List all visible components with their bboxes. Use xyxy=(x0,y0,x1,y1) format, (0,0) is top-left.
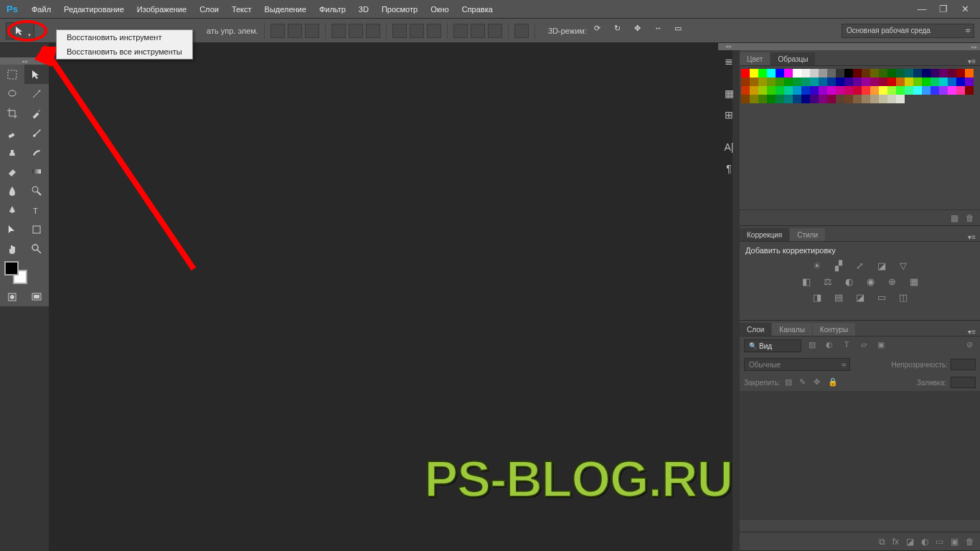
adj-invert-icon[interactable]: ◨ xyxy=(810,292,824,303)
adj-colorbalance-icon[interactable]: ⚖ xyxy=(821,276,835,288)
swatch[interactable] xyxy=(819,86,827,95)
swatch[interactable] xyxy=(862,95,870,103)
swatch[interactable] xyxy=(784,95,793,103)
dock-paragraph-icon[interactable]: ¶ xyxy=(718,158,740,179)
swatch[interactable] xyxy=(741,95,750,103)
swatch[interactable] xyxy=(827,69,836,77)
swatch[interactable] xyxy=(741,69,750,77)
tab-channels[interactable]: Каналы xyxy=(772,323,812,336)
ctx-reset-tool[interactable]: Восстановить инструмент xyxy=(57,30,192,44)
swatch[interactable] xyxy=(896,86,905,95)
tab-paths[interactable]: Контуры xyxy=(813,323,855,336)
tool-eraser[interactable] xyxy=(0,161,24,181)
menu-help[interactable]: Справка xyxy=(456,2,499,17)
swatch[interactable] xyxy=(922,69,930,77)
swatch[interactable] xyxy=(836,86,844,95)
swatch[interactable] xyxy=(887,77,896,86)
tab-color[interactable]: Цвет xyxy=(740,52,770,65)
minimize-button[interactable]: — xyxy=(911,2,933,17)
lock-position-icon[interactable]: ✥ xyxy=(814,377,824,387)
swatch[interactable] xyxy=(879,95,887,103)
swatch[interactable] xyxy=(965,77,974,86)
distribute-icon[interactable] xyxy=(427,24,441,38)
menu-window[interactable]: Окно xyxy=(425,2,455,17)
align-icon[interactable] xyxy=(331,24,346,38)
layers-list[interactable] xyxy=(740,391,980,520)
close-button[interactable]: ✕ xyxy=(954,2,976,17)
align-icon[interactable] xyxy=(305,24,319,38)
swatch[interactable] xyxy=(905,69,913,77)
tool-preset-picker[interactable] xyxy=(6,22,34,39)
swatch[interactable] xyxy=(784,69,793,77)
swatch[interactable] xyxy=(853,77,862,86)
swatch[interactable] xyxy=(801,95,810,103)
swatch[interactable] xyxy=(758,86,767,95)
fill-field[interactable] xyxy=(951,377,976,388)
swatch[interactable] xyxy=(758,95,767,103)
adj-curves-icon[interactable]: ⤢ xyxy=(853,260,867,272)
tool-marquee[interactable] xyxy=(0,65,24,84)
adj-vibrance-icon[interactable]: ▽ xyxy=(896,260,910,272)
swatch[interactable] xyxy=(887,95,896,103)
swatch[interactable] xyxy=(922,86,930,95)
dock-info-icon[interactable]: ⊞ xyxy=(718,104,740,126)
menu-layers[interactable]: Слои xyxy=(194,2,225,17)
swatch[interactable] xyxy=(887,69,896,77)
swatch[interactable] xyxy=(767,86,776,95)
swatch[interactable] xyxy=(879,77,887,86)
3d-roll-icon[interactable]: ↻ xyxy=(614,24,628,38)
swatch[interactable] xyxy=(767,77,776,86)
swatch[interactable] xyxy=(758,69,767,77)
menu-file[interactable]: Файл xyxy=(26,2,57,17)
swatch[interactable] xyxy=(827,95,836,103)
swatch[interactable] xyxy=(810,86,819,95)
link-layers-icon[interactable]: ⧉ xyxy=(879,537,885,547)
delete-layer-icon[interactable]: 🗑 xyxy=(966,537,974,547)
tab-adjustments[interactable]: Коррекция xyxy=(740,228,789,241)
swatch[interactable] xyxy=(750,86,758,95)
swatch[interactable] xyxy=(819,69,827,77)
adj-posterize-icon[interactable]: ▤ xyxy=(831,292,846,303)
swatch[interactable] xyxy=(870,69,879,77)
swatch[interactable] xyxy=(767,95,776,103)
menu-image[interactable]: Изображение xyxy=(131,2,192,17)
delete-swatch-icon[interactable]: 🗑 xyxy=(966,213,974,223)
swatch[interactable] xyxy=(853,86,862,95)
swatch[interactable] xyxy=(819,77,827,86)
distribute-icon[interactable] xyxy=(392,24,407,38)
swatch[interactable] xyxy=(836,77,844,86)
distribute-icon[interactable] xyxy=(410,24,424,38)
foreground-color-swatch[interactable] xyxy=(4,261,19,276)
adj-bw-icon[interactable]: ◐ xyxy=(842,276,857,288)
maximize-button[interactable]: ❐ xyxy=(933,2,954,17)
swatch[interactable] xyxy=(810,69,819,77)
blend-mode-dropdown[interactable]: Обычные xyxy=(744,358,850,371)
swatch[interactable] xyxy=(879,69,887,77)
distribute-icon[interactable] xyxy=(471,24,485,38)
filter-smart-icon[interactable]: ▣ xyxy=(875,340,887,352)
panel-menu-icon[interactable]: ▾≡ xyxy=(963,233,980,241)
tool-path-selection[interactable] xyxy=(0,220,24,239)
lock-transparency-icon[interactable]: ▨ xyxy=(785,377,795,387)
swatch[interactable] xyxy=(836,69,844,77)
swatch[interactable] xyxy=(793,95,801,103)
swatch[interactable] xyxy=(879,86,887,95)
menu-view[interactable]: Просмотр xyxy=(376,2,423,17)
swatch[interactable] xyxy=(930,69,939,77)
adj-brightness-icon[interactable]: ☀ xyxy=(810,260,824,272)
swatch[interactable] xyxy=(922,77,930,86)
panel-menu-icon[interactable]: ▾≡ xyxy=(963,328,980,336)
swatch[interactable] xyxy=(750,77,758,86)
swatch[interactable] xyxy=(853,69,862,77)
swatch[interactable] xyxy=(784,86,793,95)
dock-collapse[interactable]: ▸▸ xyxy=(718,43,740,50)
tool-lasso[interactable] xyxy=(0,84,24,103)
lock-pixels-icon[interactable]: ✎ xyxy=(799,377,809,387)
distribute-icon[interactable] xyxy=(453,24,468,38)
tool-crop[interactable] xyxy=(0,103,24,123)
swatch[interactable] xyxy=(776,77,784,86)
adj-selectivecolor-icon[interactable]: ◫ xyxy=(896,292,910,303)
filter-shape-icon[interactable]: ▱ xyxy=(857,340,870,352)
adj-hue-icon[interactable]: ◧ xyxy=(799,276,814,288)
filter-type-icon[interactable]: T xyxy=(840,340,853,352)
